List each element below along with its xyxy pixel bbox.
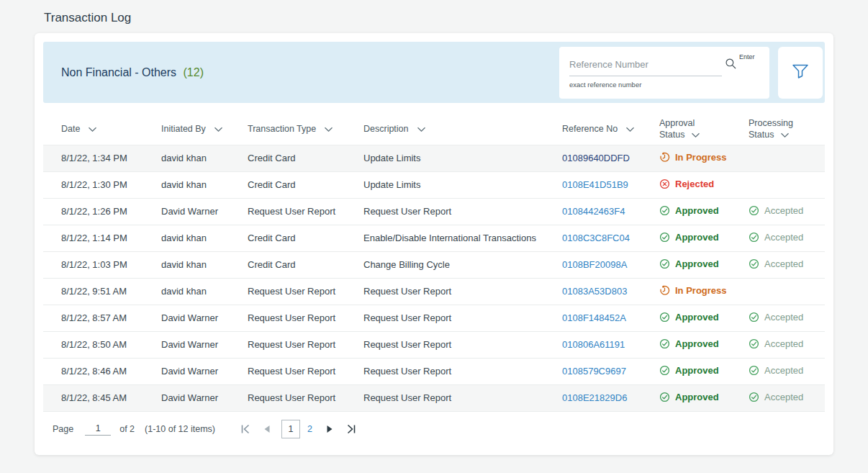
header-label: Date (61, 124, 80, 134)
in-progress-status: In Progress (659, 152, 727, 163)
table-row: 8/1/22, 1:34 PMdavid khanCredit CardUpda… (43, 145, 825, 171)
sort-chevron-down-icon[interactable] (780, 132, 790, 138)
column-header-transaction-type: Transaction Type (230, 113, 345, 145)
header-label: Status (749, 129, 774, 140)
sort-chevron-down-icon[interactable] (417, 127, 426, 132)
column-header-processing: ProcessingStatus (731, 113, 825, 145)
approval-status-cell: In Progress (641, 278, 731, 305)
transaction-type-cell: Credit Card (230, 145, 345, 171)
previous-page-icon (263, 425, 271, 433)
initiated-by-cell: David Warner (143, 305, 230, 331)
approval-status-cell: Approved (641, 198, 731, 225)
date-cell: 8/1/22, 9:51 AM (43, 278, 143, 305)
circle-check-icon (659, 392, 670, 402)
sort-chevron-down-icon[interactable] (691, 132, 700, 138)
reference-no-cell: 0108E41D51B9 (544, 171, 641, 198)
processing-status-cell (731, 278, 825, 305)
reference-link[interactable]: 0108C3C8FC04 (562, 233, 630, 243)
accepted-status: Accepted (749, 232, 803, 243)
column-header-initiated-by: Initiated By (143, 113, 230, 145)
transaction-type-cell: Request User Report (230, 278, 345, 305)
processing-status-cell: Accepted (731, 251, 825, 278)
circle-check-icon (749, 392, 759, 402)
reference-link[interactable]: 0108BF20098A (562, 259, 627, 270)
approved-status: Approved (659, 365, 719, 376)
page-number-input[interactable] (85, 422, 111, 436)
header-label: Initiated By (161, 124, 206, 134)
accepted-status: Accepted (749, 312, 803, 323)
items-range-label: (1-10 of 12 items) (145, 424, 215, 434)
reference-no-cell: 0108579C9697 (544, 358, 641, 384)
description-cell: Request User Report (345, 278, 544, 305)
sort-chevron-down-icon[interactable] (324, 127, 333, 132)
header-label: Reference No (562, 124, 618, 134)
current-page-box[interactable]: 1 (281, 420, 300, 438)
reference-link[interactable]: 010806A61191 (562, 339, 625, 350)
reference-no-cell: 0108442463F4 (544, 198, 641, 225)
circle-check-icon (659, 312, 670, 323)
transaction-table: DateInitiated ByTransaction TypeDescript… (43, 113, 825, 412)
description-cell: Update Limits (345, 171, 544, 198)
section-title-wrap: Non Financial - Others (12) (61, 66, 204, 79)
description-cell: Request User Report (345, 358, 544, 384)
circle-check-icon (659, 338, 670, 349)
sort-chevron-down-icon[interactable] (625, 127, 635, 132)
circle-check-icon (749, 205, 759, 216)
description-cell: Enable/Disable International Transaction… (345, 225, 544, 251)
header-label: Transaction Type (248, 124, 316, 134)
header-label: Status (659, 129, 684, 140)
band-right: Enter exact reference number (559, 47, 823, 99)
last-page-button[interactable] (346, 424, 356, 434)
accepted-status: Accepted (749, 392, 803, 402)
history-icon (659, 152, 670, 163)
page-2-link[interactable]: 2 (307, 424, 312, 434)
transaction-type-cell: Credit Card (230, 251, 345, 278)
sort-chevron-down-icon[interactable] (88, 127, 97, 132)
sort-chevron-down-icon[interactable] (214, 127, 223, 132)
description-cell: Request User Report (345, 198, 544, 225)
circle-check-icon (749, 365, 759, 376)
enter-key-hint: Enter (739, 53, 755, 60)
table-row: 8/1/22, 8:50 AMDavid WarnerRequest User … (43, 331, 825, 358)
reference-link[interactable]: 0108579C9697 (562, 366, 626, 377)
next-page-button[interactable] (326, 425, 333, 433)
reference-link[interactable]: 0108442463F4 (562, 206, 625, 217)
reference-link[interactable]: 01083A53D803 (562, 286, 627, 297)
date-cell: 8/1/22, 1:30 PM (43, 171, 143, 198)
date-cell: 8/1/22, 1:14 PM (43, 225, 143, 251)
circle-check-icon (749, 338, 759, 349)
next-page-icon (326, 425, 333, 433)
approval-status-cell: Approved (641, 225, 731, 251)
first-page-button[interactable] (240, 424, 250, 434)
filter-button[interactable] (778, 47, 823, 99)
section-header-band: Non Financial - Others (12) Enter (43, 42, 825, 103)
reference-link[interactable]: 0108E41D51B9 (562, 179, 628, 190)
initiated-by-cell: David Warner (143, 384, 230, 411)
processing-status-cell: Accepted (731, 198, 825, 225)
initiated-by-cell: David Warner (143, 198, 230, 225)
reference-no-cell: 01083A53D803 (544, 278, 641, 305)
table-row: 8/1/22, 1:14 PMdavid khanCredit CardEnab… (43, 225, 825, 251)
transaction-type-cell: Request User Report (230, 384, 345, 411)
approval-status-cell: Approved (641, 251, 731, 278)
date-cell: 8/1/22, 1:03 PM (43, 251, 143, 278)
search-icon[interactable] (725, 58, 737, 73)
date-cell: 8/1/22, 1:34 PM (43, 145, 143, 171)
reference-link[interactable]: 0108F148452A (562, 312, 626, 323)
reference-link[interactable]: 0108E21829D6 (562, 392, 627, 403)
previous-page-button[interactable] (263, 425, 271, 433)
description-cell: Update Limits (345, 145, 544, 171)
circle-check-icon (749, 312, 759, 323)
table-header-row: DateInitiated ByTransaction TypeDescript… (43, 113, 825, 145)
processing-status-cell: Accepted (731, 358, 825, 384)
page-label: Page (53, 424, 73, 434)
reference-no-cell: 0108BF20098A (544, 251, 641, 278)
reference-link[interactable]: 01089640DDFD (562, 153, 630, 163)
transaction-type-cell: Request User Report (230, 305, 345, 331)
funnel-icon (791, 63, 810, 82)
processing-status-cell: Accepted (731, 305, 825, 331)
column-header-reference-no: Reference No (544, 113, 641, 145)
table-row: 8/1/22, 8:45 AMDavid WarnerRequest User … (43, 384, 825, 411)
reference-number-input[interactable] (569, 55, 722, 76)
reference-no-cell: 0108C3C8FC04 (544, 225, 641, 251)
